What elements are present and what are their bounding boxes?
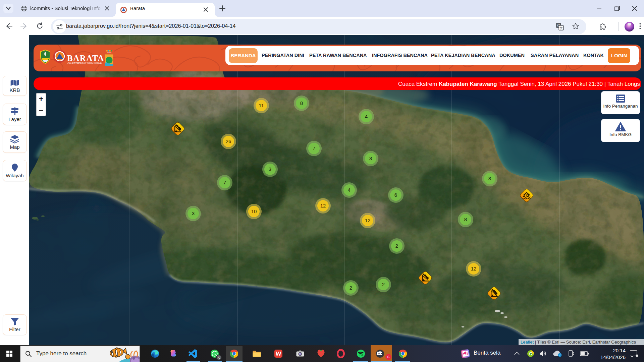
svg-text:文: 文 xyxy=(559,26,563,30)
svg-text:BARATA: BARATA xyxy=(107,52,112,54)
